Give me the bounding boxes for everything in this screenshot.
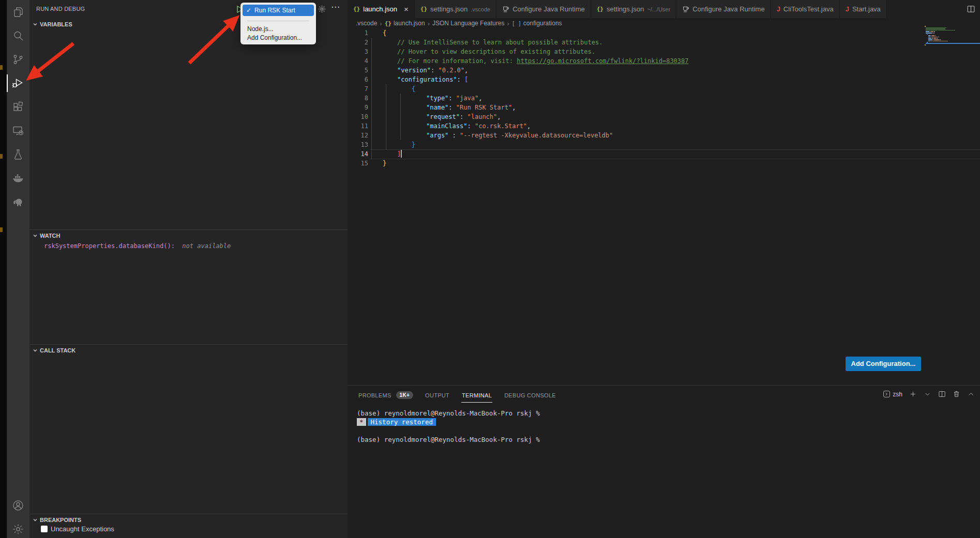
breakpoints-section-header[interactable]: BREAKPOINTS: [29, 514, 348, 525]
extensions-icon[interactable]: [7, 95, 29, 119]
terminal-output[interactable]: (base) reynoldmorel@Reynolds-MacBook-Pro…: [357, 409, 540, 444]
terminal-profile-selector[interactable]: zsh: [883, 390, 902, 398]
split-editor-icon[interactable]: [967, 5, 975, 13]
breadcrumb-item[interactable]: {}launch.json: [385, 20, 425, 27]
minimap-line: [926, 30, 938, 31]
minimap-line: [933, 38, 937, 39]
panel-tab-label: PROBLEMS: [358, 388, 392, 403]
breadcrumb-separator: ›: [380, 20, 382, 27]
launch-profile-chevron-icon[interactable]: [924, 390, 931, 398]
search-icon[interactable]: [7, 24, 29, 48]
settings-gear-icon[interactable]: [7, 517, 29, 538]
menu-selected-label: Run RSK Start: [254, 7, 295, 14]
minimap[interactable]: [925, 26, 979, 54]
new-terminal-icon[interactable]: [909, 390, 917, 398]
tab-label: settings.json: [430, 5, 468, 13]
watch-expression-row[interactable]: rskSystemProperties.databaseKind(): not …: [44, 242, 231, 250]
explorer-icon[interactable]: [7, 0, 29, 24]
panel-tab-label: TERMINAL: [461, 388, 492, 403]
editor-tab-settings-json[interactable]: {}settings.json~/.../User: [591, 0, 676, 18]
maximize-panel-icon[interactable]: [967, 390, 975, 398]
run-debug-icon[interactable]: [7, 71, 29, 95]
minimap-line: [926, 28, 945, 29]
line-number: 12: [348, 131, 368, 140]
code-line: ]: [383, 149, 980, 159]
panel-actions: zsh: [883, 390, 975, 398]
breadcrumb-label: configurations: [523, 20, 562, 27]
minimap-line: [928, 38, 931, 39]
minimap-line: [928, 39, 932, 40]
breadcrumb-item[interactable]: [ ]configurations: [512, 20, 562, 27]
panel-tab-problems[interactable]: PROBLEMS1K+: [358, 386, 413, 404]
more-actions-icon[interactable]: ⋯: [331, 2, 340, 12]
line-number: 9: [348, 103, 368, 112]
minimap-line: [937, 38, 938, 39]
text-cursor: [401, 150, 402, 158]
code-line: "version": "0.2.0",: [383, 66, 980, 75]
split-terminal-icon[interactable]: [938, 390, 946, 398]
breadcrumb-label: .vscode: [356, 20, 377, 27]
panel-tab-terminal[interactable]: TERMINAL: [461, 386, 492, 404]
minimap-line: [931, 41, 932, 42]
kill-terminal-icon[interactable]: [953, 390, 960, 398]
minimap-line: [928, 41, 930, 42]
editor-tab-start-java[interactable]: JStart.java: [840, 0, 887, 18]
chevron-down-icon: [33, 517, 38, 522]
code-editor[interactable]: 1{2// Use IntelliSense to learn about po…: [348, 28, 980, 385]
editor-tab-configure-java-runtime[interactable]: Configure Java Runtime: [676, 0, 771, 18]
add-configuration-button[interactable]: Add Configuration...: [846, 357, 921, 371]
menu-item-run-rsk-start[interactable]: ✓ Run RSK Start: [243, 5, 314, 16]
breadcrumb-item[interactable]: JSON Language Features: [432, 20, 504, 27]
code-line: // Hover to view descriptions of existin…: [383, 47, 980, 56]
editor-tab-settings-json[interactable]: {}settings.json.vscode: [415, 0, 496, 18]
chevron-down-icon: [33, 348, 38, 353]
breadcrumb-item[interactable]: .vscode: [356, 20, 377, 27]
terminal-prompt-line: (base) reynoldmorel@Reynolds-MacBook-Pro…: [357, 409, 540, 418]
tab-label: launch.json: [363, 5, 397, 13]
history-restored-badge: History restored: [368, 418, 436, 426]
minimap-line: [932, 37, 938, 38]
line-number: 11: [348, 121, 368, 131]
watch-value: not available: [178, 242, 231, 250]
launch-settings-gear-icon[interactable]: [318, 5, 326, 13]
json-file-icon: {}: [385, 20, 391, 27]
java-file-icon: J: [777, 5, 780, 13]
panel-tab-output[interactable]: OUTPUT: [425, 386, 450, 404]
remote-explorer-icon[interactable]: [7, 119, 29, 143]
minimap-line: [930, 31, 931, 32]
menu-item-node-js-[interactable]: Node.js...: [243, 25, 314, 34]
docker-icon[interactable]: [7, 166, 29, 190]
minimap-line: [928, 37, 930, 38]
minimap-line: [925, 44, 926, 45]
panel-tab-bar: PROBLEMS1K+OUTPUTTERMINALDEBUG CONSOLE: [358, 386, 556, 404]
tab-label: Configure Java Runtime: [512, 5, 584, 13]
line-number: 8: [348, 94, 368, 103]
background-artifact: [0, 154, 3, 159]
tab-description: ~/.../User: [647, 6, 670, 12]
close-icon[interactable]: ×: [404, 5, 409, 13]
uncaught-exceptions-row: Uncaught Exceptions: [41, 525, 114, 533]
account-icon[interactable]: [7, 494, 29, 517]
code-line: // Use IntelliSense to learn about possi…: [383, 38, 980, 47]
minimap-line: [938, 30, 955, 31]
editor-tab-configure-java-runtime[interactable]: Configure Java Runtime: [496, 0, 591, 18]
menu-item-add-configuration-[interactable]: Add Configuration...: [243, 34, 314, 42]
panel-tab-label: OUTPUT: [425, 388, 450, 403]
editor-tab-clitoolstest-java[interactable]: JCliToolsTest.java: [771, 0, 840, 18]
tab-label: Start.java: [852, 5, 881, 13]
watch-section-header[interactable]: WATCH: [29, 229, 348, 241]
gradle-icon[interactable]: [7, 190, 29, 214]
minimap-line: [932, 33, 933, 34]
minimap-line: [928, 35, 930, 36]
editor-tab-launch-json[interactable]: {}launch.json×: [348, 0, 415, 18]
minimap-line: [933, 33, 934, 34]
testing-icon[interactable]: [7, 143, 29, 166]
call-stack-section-header[interactable]: CALL STACK: [29, 344, 348, 356]
minimap-line: [931, 31, 933, 32]
menu-separator: [247, 21, 309, 21]
source-control-icon[interactable]: [7, 48, 29, 71]
uncaught-exceptions-checkbox[interactable]: [41, 526, 48, 532]
terminal-prompt-line: (base) reynoldmorel@Reynolds-MacBook-Pro…: [357, 435, 540, 444]
shell-label: zsh: [893, 391, 902, 398]
panel-tab-debug-console[interactable]: DEBUG CONSOLE: [504, 386, 556, 404]
